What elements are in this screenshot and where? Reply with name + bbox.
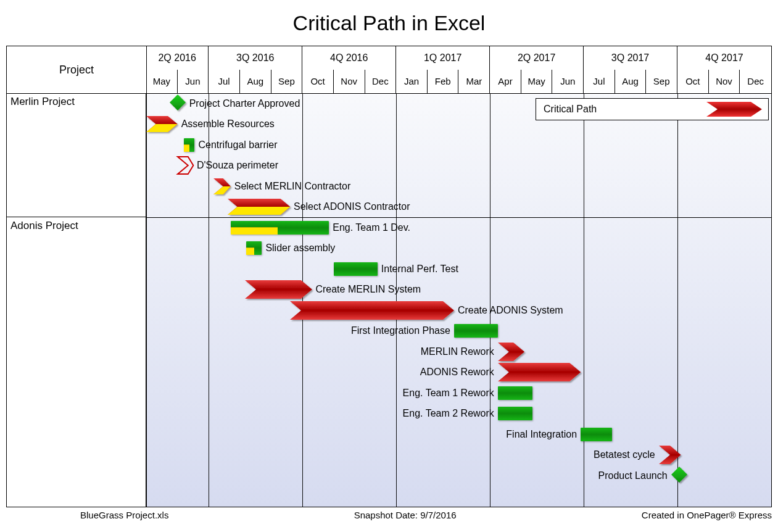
task-bar <box>246 241 262 255</box>
project-header-label: Project <box>59 64 94 77</box>
task-progress <box>246 247 254 255</box>
svg-marker-11 <box>498 363 581 381</box>
task-label: Assemble Resources <box>181 118 275 130</box>
project-cell: Adonis Project <box>7 217 146 507</box>
gantt-task[interactable]: Project Charter Approved <box>170 96 304 112</box>
task-label: Select ADONIS Contractor <box>294 201 410 212</box>
task-label: Final Integration <box>506 429 577 440</box>
task-label: Eng. Team 2 Rework <box>403 408 494 419</box>
task-label: Eng. Team 1 Dev. <box>333 222 410 233</box>
task-progress <box>184 144 189 152</box>
task-label: Centrifugal barrier <box>198 139 277 151</box>
task-label: Product Launch <box>598 470 668 481</box>
page: Critical Path in Excel Project 2Q 20163Q… <box>0 0 778 532</box>
gantt-task[interactable]: Create ADONIS System <box>290 301 567 320</box>
critical-arrow-icon <box>498 343 524 361</box>
critical-arrow-icon <box>213 178 231 194</box>
task-label: Betatest cycle <box>594 449 655 460</box>
task-bar <box>498 407 532 420</box>
svg-marker-10 <box>498 343 524 361</box>
footer-credit: Created in OnePager® Express <box>642 510 772 520</box>
task-bar <box>184 138 195 152</box>
task-label: MERLIN Rework <box>421 346 494 357</box>
arrow-outline-icon <box>178 157 193 174</box>
footer-filename: BlueGrass Project.xls <box>80 510 168 520</box>
critical-arrow-icon <box>228 199 290 215</box>
gantt-task[interactable]: Select MERLIN Contractor <box>213 178 354 194</box>
legend: Critical Path <box>536 98 769 120</box>
svg-marker-12 <box>659 446 681 464</box>
critical-arrow-icon <box>659 446 681 464</box>
svg-marker-3 <box>178 157 193 174</box>
gantt-task[interactable]: Internal Perf. Test <box>334 262 462 276</box>
svg-marker-5 <box>213 186 231 194</box>
milestone-diamond-icon <box>671 467 687 485</box>
svg-marker-7 <box>228 207 290 215</box>
svg-marker-8 <box>245 280 312 299</box>
task-label: Project Charter Approved <box>189 98 300 109</box>
svg-marker-13 <box>671 467 687 483</box>
task-label: Internal Perf. Test <box>381 264 458 275</box>
task-label: Create ADONIS System <box>458 305 563 316</box>
task-bar <box>231 221 329 235</box>
gantt-task[interactable]: D'Souza perimeter <box>178 157 282 174</box>
task-bar <box>581 428 612 441</box>
task-label: Eng. Team 1 Rework <box>403 388 494 399</box>
svg-marker-9 <box>290 301 454 320</box>
task-label: ADONIS Rework <box>420 367 494 378</box>
chart-title: Critical Path in Excel <box>0 0 778 44</box>
milestone-diamond-icon <box>170 94 186 113</box>
task-bar <box>454 324 498 338</box>
gantt-task[interactable]: Centrifugal barrier <box>184 138 281 152</box>
gantt-task[interactable]: Assemble Resources <box>146 116 278 132</box>
gantt-task[interactable]: Create MERLIN System <box>245 280 425 299</box>
footer: BlueGrass Project.xls Snapshot Date: 9/7… <box>6 510 772 527</box>
gantt-task[interactable]: Select ADONIS Contractor <box>228 199 414 215</box>
task-progress <box>231 227 278 235</box>
task-bar <box>498 386 532 400</box>
svg-marker-14 <box>706 102 762 117</box>
svg-marker-2 <box>146 124 178 132</box>
critical-arrow-icon <box>146 116 178 132</box>
chart-frame: Project 2Q 20163Q 20164Q 20161Q 20172Q 2… <box>6 46 772 507</box>
task-bar <box>334 262 378 276</box>
legend-label: Critical Path <box>544 104 597 115</box>
critical-arrow-icon <box>245 280 312 299</box>
gantt-task[interactable]: Eng. Team 1 Dev. <box>231 221 414 235</box>
footer-snapshot: Snapshot Date: 9/7/2016 <box>354 510 457 520</box>
task-label: D'Souza perimeter <box>197 160 278 171</box>
gantt-task[interactable]: Slider assembly <box>246 241 339 255</box>
task-label: Select MERLIN Contractor <box>234 181 351 192</box>
project-column-header: Project <box>7 46 147 94</box>
task-label: First Integration Phase <box>351 325 450 336</box>
critical-arrow-icon <box>498 363 581 381</box>
project-cell: Merlin Project <box>7 93 146 217</box>
critical-arrow-icon <box>290 301 454 320</box>
svg-marker-0 <box>170 94 186 110</box>
legend-critical-path-icon <box>706 101 762 118</box>
task-label: Create MERLIN System <box>315 284 421 295</box>
task-label: Slider assembly <box>265 243 335 254</box>
